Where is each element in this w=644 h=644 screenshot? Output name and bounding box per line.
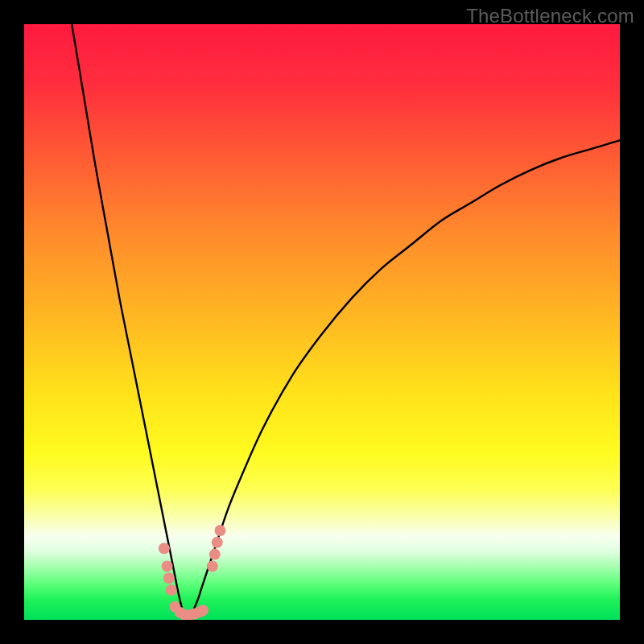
- marker-dot: [159, 543, 170, 554]
- marker-dot: [209, 549, 221, 560]
- plot-svg: [24, 24, 620, 620]
- watermark-text: TheBottleneck.com: [466, 5, 634, 27]
- gradient-background: [24, 24, 620, 620]
- marker-dot: [214, 525, 225, 536]
- marker-dot: [163, 572, 175, 584]
- marker-dot: [162, 560, 173, 572]
- plot-area: [24, 24, 620, 620]
- marker-dot: [166, 584, 177, 596]
- marker-dot: [212, 537, 223, 548]
- marker-dot: [207, 560, 218, 572]
- chart-frame: TheBottleneck.com: [0, 0, 644, 644]
- marker-dot: [197, 605, 208, 616]
